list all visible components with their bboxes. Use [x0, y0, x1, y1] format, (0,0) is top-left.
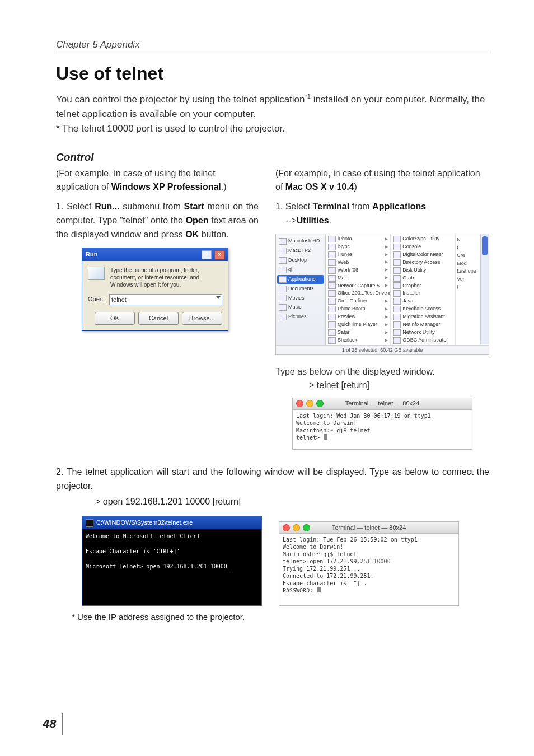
finder-sidebar: Macintosh HDMacDTP2DesktopgjApplications… — [276, 234, 326, 354]
browse-button[interactable]: Browse... — [182, 312, 222, 325]
item-label: Keychain Access — [402, 305, 441, 313]
app-icon — [393, 306, 401, 312]
list-item[interactable]: Preview — [326, 313, 390, 321]
folder-icon — [279, 286, 287, 292]
right-terminal-bold: Terminal — [313, 202, 350, 211]
list-item[interactable]: Grapher — [391, 282, 455, 290]
terminal-titlebar: Terminal — telnet — 80x24 — [293, 398, 472, 410]
list-item[interactable]: iSync — [326, 243, 390, 251]
help-icon[interactable]: ? — [202, 250, 212, 259]
folder-icon — [279, 314, 287, 320]
left-ok-bold: OK — [185, 230, 199, 239]
windows-telnet-window: C:\WINDOWS\System32\telnet.exe Welcome t… — [82, 516, 262, 606]
list-item[interactable]: iPhoto — [326, 235, 390, 243]
terminal-titlebar: Terminal — telnet — 80x24 — [279, 522, 458, 534]
item-label: Installer — [402, 290, 420, 297]
list-item[interactable]: Disk Utility — [391, 267, 455, 274]
right-s1d: . — [329, 216, 331, 225]
ip-note: * Use the IP address assigned to the pro… — [72, 610, 262, 623]
list-item[interactable]: Installer — [391, 290, 455, 297]
run-title-text: Run — [86, 250, 97, 259]
sidebar-item[interactable]: Movies — [277, 294, 324, 303]
sidebar-item[interactable]: gj — [277, 265, 324, 274]
run-dialog: Run ? × Type the name of a program, fold… — [82, 248, 228, 331]
folder-icon — [279, 304, 287, 311]
open-label: Open: — [88, 295, 105, 304]
sidebar-item[interactable]: Desktop — [277, 256, 324, 265]
app-icon — [328, 267, 336, 274]
item-label: Disk Utility — [402, 267, 426, 274]
list-item[interactable]: Network Capture 5 — [326, 282, 390, 290]
term-line: Connected to 172.21.99.251. — [283, 572, 455, 580]
item-label: iSync — [338, 243, 350, 251]
app-icon — [393, 275, 401, 282]
term-line: Escape character is '^]'. — [283, 580, 455, 587]
item-label: Safari — [338, 329, 351, 337]
finder-window: Macintosh HDMacDTP2DesktopgjApplications… — [275, 234, 489, 355]
item-label: DigitalColor Meter — [402, 251, 443, 259]
app-icon — [393, 244, 401, 250]
type-instruction: Type as below on the displayed window. — [275, 367, 435, 376]
list-item[interactable]: OmniOutliner — [326, 297, 390, 305]
term-line: Macintosh:~ gj$ telnet — [296, 427, 469, 434]
list-item[interactable]: Network Utility — [391, 329, 455, 337]
intro-p1a: You can control the projector by using t… — [56, 94, 305, 105]
list-item[interactable]: ColorSync Utility — [391, 235, 455, 243]
list-item[interactable]: Office 200...Test Drive — [326, 290, 390, 297]
list-item[interactable]: Keychain Access — [391, 305, 455, 313]
sidebar-item[interactable]: Pictures — [277, 312, 324, 321]
open-input[interactable]: telnet — [109, 294, 222, 305]
list-item[interactable]: Java — [391, 297, 455, 305]
list-item[interactable]: QuickTime Player — [326, 321, 390, 329]
item-label: Java — [402, 297, 413, 305]
app-icon — [393, 298, 401, 305]
term-line: Last login: Wed Jan 30 06:17:19 on ttyp1 — [296, 412, 469, 419]
terminal-title: Terminal — telnet — 80x24 — [293, 399, 472, 408]
left-run-bold: Run... — [95, 202, 119, 211]
list-item[interactable]: Safari — [326, 329, 390, 337]
list-item[interactable]: NetInfo Manager — [391, 321, 455, 329]
finder-scrollbar[interactable] — [480, 234, 489, 344]
sidebar-item[interactable]: Macintosh HD — [277, 237, 324, 246]
list-item[interactable]: Sherlock — [326, 337, 390, 344]
term-line: telnet> — [296, 435, 323, 441]
app-icon — [393, 282, 401, 289]
sidebar-item[interactable]: Applications — [277, 275, 324, 284]
app-icon — [393, 251, 401, 258]
list-item[interactable]: Mail — [326, 274, 390, 282]
terminal-title: Terminal — telnet — 80x24 — [279, 523, 458, 533]
left-intro-bold: Windows XP Professional — [111, 182, 221, 192]
sidebar-item[interactable]: Documents — [277, 284, 324, 293]
list-item[interactable]: Directory Access — [391, 259, 455, 267]
left-open-bold: Open — [186, 216, 209, 225]
list-item[interactable]: Console — [391, 243, 455, 251]
ok-button[interactable]: OK — [95, 312, 135, 325]
app-icon — [328, 306, 336, 312]
run-icon — [88, 267, 105, 280]
item-label: Office 200...Test Drive — [338, 290, 387, 297]
left-s1e: button. — [199, 230, 228, 239]
list-item[interactable]: iWeb — [326, 259, 390, 267]
term-line: Last login: Tue Feb 26 15:59:02 on ttyp1 — [283, 536, 455, 543]
list-item[interactable]: iWork '06 — [326, 267, 390, 274]
list-item[interactable]: Photo Booth — [326, 305, 390, 313]
close-icon[interactable]: × — [214, 250, 224, 259]
cancel-button[interactable]: Cancel — [138, 312, 179, 325]
list-item[interactable]: Migration Assistant — [391, 313, 455, 321]
sidebar-item[interactable]: Music — [277, 303, 324, 312]
item-label: iWork '06 — [338, 267, 358, 274]
list-item[interactable]: DigitalColor Meter — [391, 251, 455, 259]
app-icon — [328, 259, 336, 266]
app-icon — [328, 236, 336, 242]
term-line: PASSWORD: — [283, 587, 316, 594]
sidebar-item[interactable]: MacDTP2 — [277, 246, 324, 255]
item-label: Network Capture 5 — [338, 282, 380, 290]
term-line: Trying 172.21.99.251... — [283, 565, 455, 572]
left-start-bold: Start — [184, 202, 204, 211]
item-label: iTunes — [338, 251, 353, 259]
right-s1c: --> — [283, 216, 296, 225]
folder-icon — [279, 295, 287, 301]
list-item[interactable]: Grab — [391, 274, 455, 282]
list-item[interactable]: ODBC Administrator — [391, 337, 455, 344]
list-item[interactable]: iTunes — [326, 251, 390, 259]
